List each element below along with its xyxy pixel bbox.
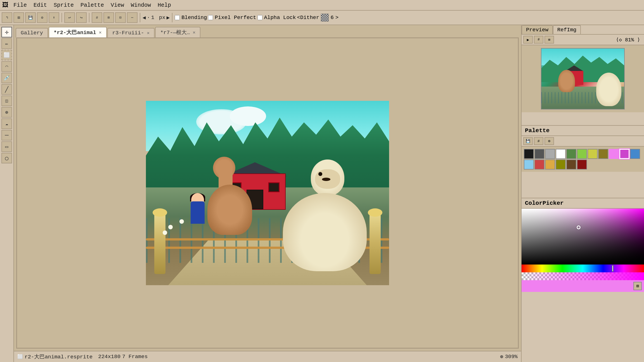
canvas-area: Gallery *r2-大巴animal ✕ r3-Fruiii- ✕ *r7-… bbox=[14, 25, 521, 362]
palette-color-lightgray[interactable] bbox=[545, 149, 555, 159]
tab-preview[interactable]: Preview bbox=[522, 25, 553, 34]
palette-color-white[interactable] bbox=[556, 149, 566, 159]
toolbar-redo[interactable]: ↪ bbox=[76, 12, 87, 23]
palette-color-magenta[interactable] bbox=[619, 149, 629, 159]
tab-fruiii-close[interactable]: ✕ bbox=[147, 30, 150, 36]
toolbar-layers[interactable]: ⊟ bbox=[115, 12, 126, 23]
menu-palette[interactable]: Palette bbox=[78, 1, 107, 9]
alpha-lock-checkbox[interactable] bbox=[257, 15, 262, 20]
art-flower-3 bbox=[163, 230, 167, 235]
palette-color-black[interactable] bbox=[524, 149, 534, 159]
tab-animal-close[interactable]: ✕ bbox=[99, 30, 102, 35]
tool-eraser[interactable]: ◫ bbox=[1, 96, 12, 106]
tool-smudge[interactable]: ☁ bbox=[1, 118, 12, 129]
palette-color-darkgreen[interactable] bbox=[566, 149, 576, 159]
toolbar-btn-2[interactable]: ⊞ bbox=[13, 12, 24, 23]
preview-grid[interactable]: # bbox=[534, 36, 543, 44]
menu-view[interactable]: View bbox=[108, 1, 127, 9]
tab-animal[interactable]: *r2-大巴animal ✕ bbox=[49, 27, 107, 37]
palette-color-magenta-2[interactable] bbox=[609, 149, 619, 159]
preview-section: Preview RefImg ▶ # ⊞ ⟨◇ 81% ⟩ bbox=[522, 25, 644, 126]
toolbar-undo[interactable]: ↩ bbox=[64, 12, 75, 23]
app-icon: 🖼 bbox=[2, 1, 8, 9]
menu-window[interactable]: Window bbox=[128, 1, 154, 9]
palette-color-darkyellow[interactable] bbox=[598, 149, 608, 159]
toolbar-sep-2 bbox=[89, 13, 89, 22]
palette-color-darkred[interactable] bbox=[577, 159, 587, 170]
tool-flood-fill[interactable]: ⊕ bbox=[1, 107, 12, 118]
preview-alpaca-white bbox=[596, 73, 621, 106]
left-toolbar: ✛ ✏ ⬜ ⌒ 💉 ╱ ◫ ⊕ ☁ — ▭ ◯ bbox=[0, 25, 14, 362]
preview-zoom-suffix: ⟩ bbox=[637, 37, 640, 43]
color-preview-bar: ⊞ bbox=[522, 280, 644, 292]
menu-file[interactable]: File bbox=[11, 1, 30, 9]
tab-gallery[interactable]: Gallery bbox=[16, 28, 48, 37]
toolbar-nav-right[interactable]: ▶ bbox=[167, 14, 170, 21]
art-flower-1 bbox=[168, 225, 173, 229]
toolbar-px-label: px bbox=[159, 15, 165, 21]
toolbar-btn-5[interactable]: ⬆ bbox=[49, 12, 59, 23]
tool-rect[interactable]: ▭ bbox=[1, 141, 12, 152]
palette-color-lightblue[interactable] bbox=[524, 159, 534, 170]
palette-color-olive[interactable] bbox=[556, 159, 566, 170]
pixel-perfect-checkbox[interactable] bbox=[208, 15, 213, 20]
toolbar-nav-left[interactable]: ◀ bbox=[143, 14, 146, 21]
toolbar-btn-1[interactable]: ↰ bbox=[2, 12, 12, 23]
tool-line[interactable]: — bbox=[1, 130, 12, 140]
toolbar-btn-3[interactable]: 💾 bbox=[25, 12, 36, 23]
palette-tool-2[interactable]: # bbox=[534, 137, 543, 145]
palette-tool-1[interactable]: 💾 bbox=[523, 137, 533, 145]
dither-pattern-icon[interactable] bbox=[321, 14, 329, 22]
art-post-left bbox=[154, 213, 165, 274]
palette-color-blue[interactable] bbox=[630, 149, 640, 159]
art-char-body bbox=[191, 201, 205, 224]
status-frames: 7 Frames bbox=[122, 354, 148, 360]
palette-color-red[interactable] bbox=[534, 159, 544, 170]
tool-pencil[interactable]: ✏ bbox=[1, 38, 12, 49]
tool-ellipse[interactable]: ◯ bbox=[1, 153, 12, 163]
toolbar-brush-size[interactable]: 1 bbox=[151, 15, 158, 21]
tool-line-diag[interactable]: ╱ bbox=[1, 84, 12, 95]
palette-color-orange[interactable] bbox=[545, 159, 555, 170]
color-expand-button[interactable]: ⊞ bbox=[633, 282, 642, 290]
palette-section: Palette 💾 # ⚙ bbox=[522, 126, 644, 198]
color-hue-bar[interactable] bbox=[522, 265, 644, 272]
canvas-wrapper[interactable] bbox=[16, 37, 519, 349]
palette-color-lightgreen[interactable] bbox=[577, 149, 587, 159]
art-alpaca-white-eye bbox=[318, 172, 322, 176]
tab-r7[interactable]: *r7-—根大… ✕ bbox=[155, 27, 200, 37]
palette-header: Palette bbox=[522, 126, 644, 136]
art-cloud2 bbox=[230, 106, 266, 126]
art-character bbox=[188, 193, 207, 232]
tool-selection-lasso[interactable]: ⌒ bbox=[1, 61, 12, 72]
toolbar-btn-4[interactable]: ⚙ bbox=[37, 12, 48, 23]
tool-move[interactable]: ✛ bbox=[1, 27, 12, 37]
color-alpha-bar[interactable] bbox=[522, 272, 644, 280]
toolbar-dots[interactable]: ⋯ bbox=[127, 12, 138, 23]
pixel-perfect-group: Pixel Perfect bbox=[208, 15, 256, 21]
blending-checkbox[interactable] bbox=[175, 15, 180, 20]
toolbar-frames[interactable]: ⊞ bbox=[103, 12, 114, 23]
palette-tool-3[interactable]: ⚙ bbox=[544, 137, 554, 145]
status-zoom-group: ⊕ 309% bbox=[500, 353, 518, 360]
color-gradient-box[interactable] bbox=[522, 209, 644, 265]
tool-eyedropper[interactable]: 💉 bbox=[1, 73, 12, 83]
tab-refimg[interactable]: RefImg bbox=[553, 25, 581, 34]
color-picker-title: ColorPicker bbox=[525, 200, 564, 206]
toolbar: ↰ ⊞ 💾 ⚙ ⬆ ↩ ↪ # ⊞ ⊟ ⋯ ◀ · 1 px ▶ Blendin… bbox=[0, 11, 644, 25]
palette-color-yellow[interactable] bbox=[588, 149, 598, 159]
dither-group: <Dither 6 > bbox=[297, 14, 339, 22]
tab-r7-close[interactable]: ✕ bbox=[193, 30, 196, 35]
palette-color-darkgray[interactable] bbox=[534, 149, 544, 159]
tab-fruiii[interactable]: r3-Fruiii- ✕ bbox=[107, 28, 155, 37]
menu-sprite[interactable]: Sprite bbox=[51, 1, 77, 9]
menu-edit[interactable]: Edit bbox=[31, 1, 50, 9]
toolbar-dot: · bbox=[147, 15, 150, 21]
preview-expand[interactable]: ⊞ bbox=[544, 36, 554, 44]
preview-play[interactable]: ▶ bbox=[523, 36, 533, 44]
toolbar-grid[interactable]: # bbox=[92, 12, 102, 23]
tool-selection-rect[interactable]: ⬜ bbox=[1, 50, 12, 60]
color-hue-cursor bbox=[612, 265, 614, 272]
menu-help[interactable]: Help bbox=[155, 1, 174, 9]
palette-color-brown[interactable] bbox=[566, 159, 576, 170]
